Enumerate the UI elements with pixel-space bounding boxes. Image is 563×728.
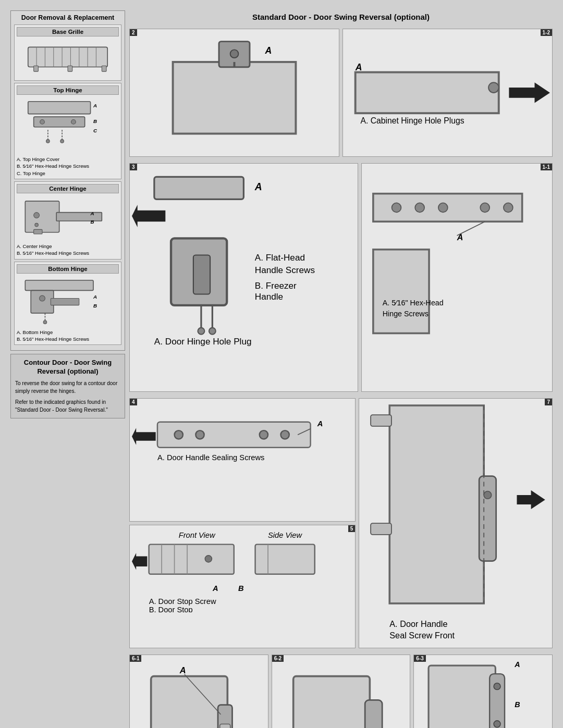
svg-point-56 <box>209 328 216 335</box>
svg-point-64 <box>415 203 424 212</box>
svg-text:A. Flat-Head: A. Flat-Head <box>255 252 305 263</box>
svg-point-77 <box>281 430 289 439</box>
svg-rect-100 <box>371 415 391 426</box>
center-hinge-diagram: Center Hinge A B A. Center Hinge B. 5⁄16… <box>14 181 121 260</box>
svg-text:A. Door Hinge Hole Plug: A. Door Hinge Hole Plug <box>154 336 252 347</box>
svg-text:A: A <box>93 293 97 299</box>
svg-rect-12 <box>28 102 91 114</box>
step5-cell: 5 Front View Side View <box>129 525 356 648</box>
svg-point-65 <box>438 203 448 212</box>
step7-cell: 7 A. Door Handle <box>359 398 553 648</box>
step6-3-badge: 6-3 <box>414 655 425 662</box>
svg-text:A. Door Handle: A. Door Handle <box>389 619 447 628</box>
svg-text:A. Door Handle Sealing Screws: A. Door Handle Sealing Screws <box>157 453 265 462</box>
right-section-title: Standard Door - Door Swing Reversal (opt… <box>129 10 553 23</box>
step3-svg: A A. Flat-Head Handle Screws B. Freezer … <box>132 166 356 389</box>
svg-point-118 <box>494 721 501 727</box>
svg-point-32 <box>40 295 45 301</box>
svg-text:A: A <box>93 103 97 108</box>
step2-cell: 2 A <box>129 29 339 157</box>
svg-rect-107 <box>220 724 230 728</box>
top-hinge-caption: A. Top Hinge Cover B. 5⁄16" Hex-Head Hin… <box>17 156 119 177</box>
bottom-hinge-svg: A B <box>17 276 119 327</box>
svg-text:C: C <box>93 128 97 133</box>
step6-3-cell: 6-3 A B C A. Flat-Head Handle Screw B. R… <box>413 655 553 728</box>
svg-point-88 <box>205 556 212 562</box>
step6-3-svg: A B C A. Flat-Head Handle Screw B. Refri… <box>416 657 550 728</box>
main-container: Door Removal & Replacement Base Grille <box>10 10 553 728</box>
svg-rect-112 <box>293 676 370 728</box>
svg-point-18 <box>46 140 50 143</box>
svg-point-16 <box>71 120 76 125</box>
svg-point-117 <box>494 683 501 690</box>
svg-rect-43 <box>356 72 499 114</box>
svg-text:A: A <box>355 62 362 72</box>
svg-text:B: B <box>515 700 520 709</box>
svg-rect-90 <box>255 544 315 574</box>
top-hinge-title: Top Hinge <box>17 85 119 95</box>
svg-rect-33 <box>51 298 79 305</box>
svg-rect-0 <box>28 47 107 67</box>
svg-point-40 <box>230 50 239 58</box>
svg-point-66 <box>480 203 489 212</box>
svg-point-26 <box>35 223 39 227</box>
svg-point-54 <box>198 328 204 335</box>
svg-text:B. Door Stop: B. Door Stop <box>149 606 193 612</box>
svg-rect-101 <box>371 523 391 535</box>
svg-marker-78 <box>132 428 156 445</box>
step1-1-svg: A A. 5⁄16" Hex-Head Hinge Screws <box>364 166 550 352</box>
svg-text:A: A <box>179 665 186 675</box>
svg-text:A: A <box>317 419 323 427</box>
step6-1-badge: 6-1 <box>130 655 141 662</box>
top-hinge-svg: A B C <box>17 97 119 154</box>
step2-badge: 2 <box>130 29 137 36</box>
right-column: Standard Door - Door Swing Reversal (opt… <box>129 10 553 728</box>
svg-point-63 <box>391 203 401 212</box>
svg-text:Seal Screw Front: Seal Screw Front <box>389 630 455 639</box>
step7-badge: 7 <box>545 399 552 405</box>
step4-cell: 4 A A. Door Handle Sea <box>129 398 356 522</box>
top-hinge-diagram: Top Hinge A B C <box>14 83 121 179</box>
svg-text:A: A <box>90 211 94 216</box>
door-removal-section: Door Removal & Replacement Base Grille <box>10 10 125 351</box>
step6-1-svg: A A. Door Handle Screw Cover <box>132 657 266 728</box>
svg-marker-50 <box>132 205 165 227</box>
step1-1-cell: 1-1 A A. 5⁄16" Hex-Head Hinge <box>361 163 553 392</box>
svg-rect-115 <box>429 665 495 728</box>
svg-rect-23 <box>25 201 59 232</box>
step5-svg: Front View Side View <box>132 527 353 612</box>
svg-point-98 <box>484 491 491 498</box>
svg-point-76 <box>260 430 268 439</box>
center-hinge-title: Center Hinge <box>17 184 119 193</box>
svg-text:A. Door Stop Screw: A. Door Stop Screw <box>149 597 216 606</box>
svg-rect-31 <box>31 290 54 313</box>
base-grille-svg <box>17 39 119 78</box>
svg-rect-96 <box>389 405 484 603</box>
svg-text:B: B <box>93 118 97 124</box>
svg-point-20 <box>60 140 64 143</box>
svg-text:B. Freezer: B. Freezer <box>255 280 297 291</box>
svg-text:Hinge Screws: Hinge Screws <box>382 310 428 318</box>
svg-point-44 <box>488 82 499 93</box>
step6-2-svg <box>274 657 408 728</box>
step3-cell: 3 A A. Flat-Head Handle Screw <box>129 163 358 392</box>
base-grille-diagram: Base Grille <box>14 24 121 81</box>
svg-text:A: A <box>264 45 272 56</box>
svg-text:A. Cabinet Hinge Hole Plugs: A. Cabinet Hinge Hole Plugs <box>360 116 464 125</box>
svg-rect-30 <box>25 280 93 290</box>
step6-2-cell: 6-2 <box>272 655 411 728</box>
svg-text:A: A <box>254 181 262 192</box>
svg-marker-89 <box>132 553 147 570</box>
step1-2-svg: A. Cabinet Hinge Hole Plugs A <box>345 31 550 154</box>
step2-svg: A <box>132 31 337 154</box>
svg-text:B: B <box>91 219 94 225</box>
svg-rect-116 <box>490 674 505 728</box>
center-hinge-caption: A. Center Hinge B. 5⁄16" Hex-Head Hinge … <box>17 243 119 257</box>
step5-badge: 5 <box>348 525 356 532</box>
bottom-hinge-caption: A. Bottom Hinge B. 5⁄16" Hex-Head Hinge … <box>17 329 119 343</box>
svg-point-35 <box>43 320 47 324</box>
svg-text:Handle Screws: Handle Screws <box>255 265 315 275</box>
svg-marker-99 <box>517 490 545 509</box>
svg-point-15 <box>40 120 45 125</box>
svg-rect-70 <box>373 250 429 334</box>
